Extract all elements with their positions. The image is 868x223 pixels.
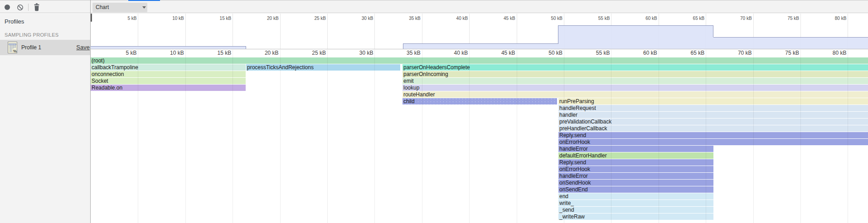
svg-text:%: % [13, 49, 17, 53]
